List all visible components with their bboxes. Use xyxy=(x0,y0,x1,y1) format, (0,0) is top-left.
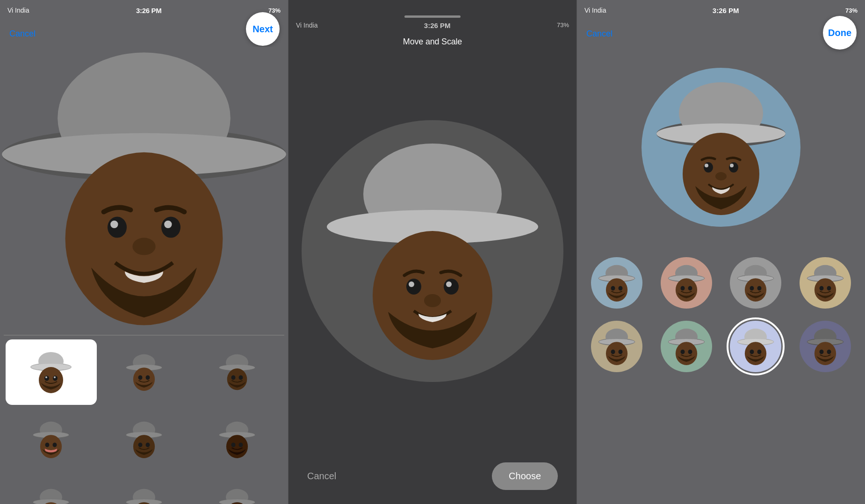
sticker-cell-5[interactable] xyxy=(99,407,190,472)
sticker-memoji-3 xyxy=(218,353,256,391)
svg-point-15 xyxy=(44,376,49,381)
svg-point-43 xyxy=(146,443,150,447)
svg-point-128 xyxy=(750,350,754,354)
sticker-cell-9[interactable] xyxy=(191,474,282,504)
color-cell-7-selected[interactable] xyxy=(730,321,781,372)
move-scale-title: Move and Scale xyxy=(403,37,462,47)
svg-point-17 xyxy=(45,376,47,378)
sticker-memoji-6 xyxy=(218,421,256,458)
svg-point-129 xyxy=(757,350,762,354)
color-cell-5[interactable] xyxy=(591,321,642,372)
svg-point-134 xyxy=(819,350,823,354)
sticker-memoji-2 xyxy=(125,353,163,391)
battery-3: 73% xyxy=(845,7,858,14)
color-memoji-6 xyxy=(668,328,705,365)
sticker-cell-7[interactable] xyxy=(6,474,97,504)
svg-point-116 xyxy=(611,350,615,354)
svg-point-92 xyxy=(611,286,615,291)
done-button[interactable]: Done xyxy=(823,16,857,50)
svg-point-117 xyxy=(619,350,623,354)
time-2: 3:26 PM xyxy=(424,22,451,29)
svg-point-6 xyxy=(161,216,180,238)
panel-color-picker: Vi India 3:26 PM 73% Cancel Done xyxy=(577,0,865,504)
svg-point-87 xyxy=(715,172,727,180)
svg-point-86 xyxy=(730,164,734,167)
sticker-memoji-4 xyxy=(32,421,70,458)
svg-point-75 xyxy=(409,281,414,287)
svg-point-24 xyxy=(138,375,143,380)
nav-bar-3: Cancel Done xyxy=(577,21,865,47)
big-preview-1 xyxy=(0,47,288,335)
selected-color-circle xyxy=(642,68,800,227)
sticker-memoji-1 xyxy=(30,351,72,393)
svg-point-99 xyxy=(688,286,692,291)
status-bar-2: Vi India 3:26 PM 73% xyxy=(288,21,577,29)
svg-point-76 xyxy=(446,281,452,287)
svg-point-74 xyxy=(444,279,459,295)
sticker-memoji-9 xyxy=(218,488,256,504)
sticker-cell-4[interactable] xyxy=(6,407,97,472)
memoji-preview-3 xyxy=(653,79,789,215)
big-preview-3 xyxy=(577,47,865,248)
memoji-canvas-large xyxy=(320,139,545,363)
battery-icon-1: 73% xyxy=(268,7,281,14)
svg-point-135 xyxy=(827,350,831,354)
svg-point-49 xyxy=(238,443,243,447)
color-cell-1[interactable] xyxy=(591,257,642,309)
cancel-button-2[interactable]: Cancel xyxy=(307,471,336,482)
svg-point-31 xyxy=(238,375,243,380)
carrier-3: Vi India xyxy=(584,7,606,14)
svg-point-30 xyxy=(231,375,235,380)
svg-point-110 xyxy=(819,286,823,291)
color-cell-4[interactable] xyxy=(800,257,851,309)
svg-point-42 xyxy=(138,443,143,447)
status-icons-1: 73% xyxy=(268,7,281,14)
svg-point-9 xyxy=(132,238,155,255)
svg-point-85 xyxy=(705,164,708,167)
cancel-button-3[interactable]: Cancel xyxy=(586,29,613,39)
sticker-cell-1[interactable] xyxy=(6,339,97,405)
svg-point-104 xyxy=(750,286,754,291)
battery-2: 73% xyxy=(557,22,569,29)
svg-point-48 xyxy=(231,443,235,447)
svg-point-93 xyxy=(619,286,623,291)
sticker-memoji-8 xyxy=(125,488,163,504)
svg-point-123 xyxy=(688,350,692,354)
sticker-memoji-5 xyxy=(125,421,163,458)
svg-point-111 xyxy=(827,286,831,291)
next-button[interactable]: Next xyxy=(246,12,280,46)
crop-circle[interactable] xyxy=(302,120,563,382)
svg-point-122 xyxy=(680,350,685,354)
panel-sticker-picker: Vi India 3:26 PM 73% Cancel Next xyxy=(0,0,288,504)
sticker-cell-8[interactable] xyxy=(99,474,190,504)
status-bar-2-container xyxy=(288,0,577,21)
memoji-preview-large xyxy=(0,47,288,335)
svg-point-84 xyxy=(729,162,738,173)
canvas-area[interactable] xyxy=(288,54,577,448)
sticker-cell-2[interactable] xyxy=(99,339,190,405)
svg-point-18 xyxy=(54,376,56,378)
color-cell-3[interactable] xyxy=(730,257,781,309)
carrier-1: Vi India xyxy=(7,7,29,14)
svg-point-77 xyxy=(424,294,441,307)
choose-button[interactable]: Choose xyxy=(492,462,558,490)
carrier-2: Vi India xyxy=(296,22,317,29)
color-cell-8[interactable] xyxy=(800,321,851,372)
color-memoji-3 xyxy=(737,264,774,302)
sticker-grid xyxy=(0,336,288,504)
sticker-cell-6[interactable] xyxy=(191,407,282,472)
color-cell-2[interactable] xyxy=(661,257,712,309)
status-bar-1: Vi India 3:26 PM 73% xyxy=(0,0,288,21)
bottom-bar-2: Cancel Choose xyxy=(288,448,577,504)
time-3: 3:26 PM xyxy=(713,7,739,14)
color-memoji-4 xyxy=(807,264,844,302)
sticker-cell-3[interactable] xyxy=(191,339,282,405)
svg-point-16 xyxy=(53,376,58,381)
svg-point-36 xyxy=(45,443,50,447)
color-cell-6[interactable] xyxy=(661,321,712,372)
color-grid xyxy=(577,248,865,504)
time-1: 3:26 PM xyxy=(136,7,162,14)
drag-indicator xyxy=(404,15,461,18)
cancel-button-1[interactable]: Cancel xyxy=(9,29,36,39)
color-memoji-2 xyxy=(668,264,705,302)
